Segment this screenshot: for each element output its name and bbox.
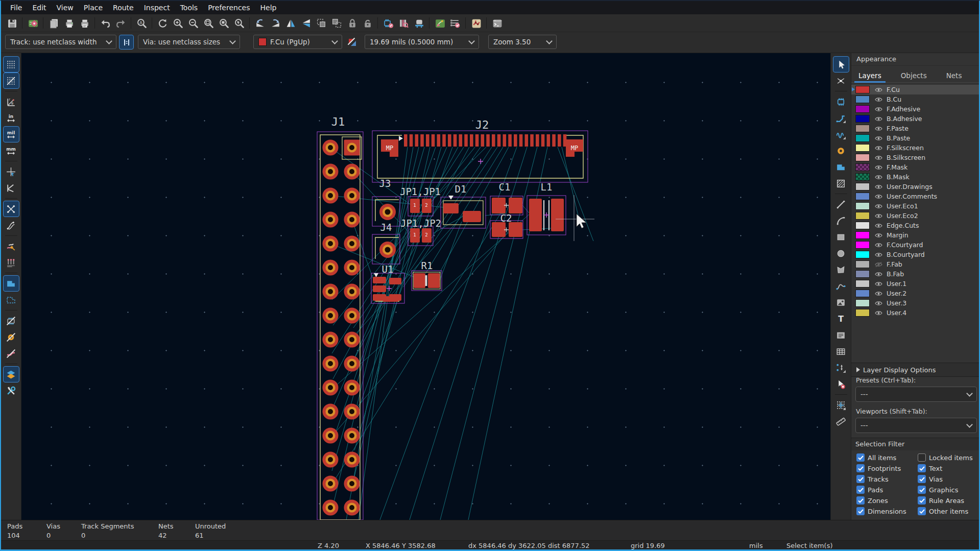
filter-graphics[interactable]: Graphics <box>918 486 979 494</box>
ref-label-C2[interactable]: C2 <box>500 212 512 224</box>
ref-label-J2[interactable]: J2 <box>475 118 489 131</box>
drc-button[interactable] <box>448 16 462 30</box>
footprint-JP1[interactable]: 12 <box>408 197 433 216</box>
pcb-canvas[interactable]: MPMP1212J1J2J3JP1,JP1D1C1L1J4JP1,JP2C2U1… <box>21 53 830 520</box>
measure-button[interactable] <box>833 414 849 429</box>
footprint-L1[interactable] <box>527 196 566 235</box>
zoom-selection-button[interactable] <box>232 16 246 30</box>
rule-area-button[interactable] <box>833 176 849 191</box>
place-dimension-button[interactable] <box>833 360 849 375</box>
local-ratsnest-button[interactable] <box>833 73 849 88</box>
units-inches-button[interactable]: in <box>4 110 19 126</box>
menu-view[interactable]: View <box>52 1 79 14</box>
checkbox-checked-icon[interactable] <box>918 496 926 505</box>
eye-visible-icon[interactable] <box>874 212 883 220</box>
layer-row-b-fab[interactable]: B.Fab <box>851 269 980 279</box>
refresh-view-button[interactable] <box>155 16 170 30</box>
lock-button[interactable] <box>345 16 359 30</box>
layer-row-user-eco1[interactable]: User.Eco1 <box>851 201 980 211</box>
checkbox-checked-icon[interactable] <box>856 486 865 494</box>
layer-color-swatch[interactable] <box>855 125 870 132</box>
route-tracks-button[interactable] <box>833 110 849 126</box>
filter-dimensions[interactable]: Dimensions <box>856 507 918 515</box>
eye-visible-icon[interactable] <box>874 193 883 201</box>
page-settings-button[interactable] <box>46 16 61 30</box>
eye-visible-icon[interactable] <box>874 251 883 259</box>
draw-circle-button[interactable] <box>833 246 849 261</box>
ref-label-U1[interactable]: U1 <box>382 263 394 275</box>
eye-visible-icon[interactable] <box>874 270 883 278</box>
eye-visible-icon[interactable] <box>874 163 883 172</box>
menu-preferences[interactable]: Preferences <box>203 1 255 14</box>
checkbox-checked-icon[interactable] <box>918 507 926 515</box>
draw-zone-button[interactable] <box>833 159 849 175</box>
zone-outline-button[interactable] <box>4 292 19 307</box>
auto-track-width-toggle[interactable] <box>119 35 133 49</box>
layer-row-f-adhesive[interactable]: F.Adhesive <box>851 104 980 114</box>
layer-row-f-courtyard[interactable]: F.Courtyard <box>851 240 980 250</box>
footprint-properties-button[interactable] <box>412 16 426 30</box>
checkbox-checked-icon[interactable] <box>856 507 865 515</box>
eye-hidden-icon[interactable] <box>874 260 883 269</box>
ungroup-button[interactable] <box>329 16 344 30</box>
layer-color-swatch[interactable] <box>855 154 870 161</box>
layer-row-f-cu[interactable]: F.Cu <box>851 85 980 94</box>
menu-edit[interactable]: Edit <box>27 1 51 14</box>
eye-visible-icon[interactable] <box>874 183 883 191</box>
track-width-dropdown[interactable]: Track: use netclass width <box>5 35 116 49</box>
zoom-dropdown[interactable]: Zoom 3.50 <box>488 35 557 49</box>
checkbox-checked-icon[interactable] <box>918 475 926 483</box>
eye-visible-icon[interactable] <box>874 173 883 181</box>
footprint-U1[interactable] <box>371 273 404 303</box>
layer-row-b-adhesive[interactable]: B.Adhesive <box>851 114 980 124</box>
ref-label-R1[interactable]: R1 <box>421 260 433 271</box>
zoom-out-button[interactable] <box>186 16 200 30</box>
draw-polygon-button[interactable] <box>833 262 849 277</box>
rotate-ccw-button[interactable] <box>253 16 267 30</box>
layer-color-swatch[interactable] <box>855 260 870 268</box>
layer-color-swatch[interactable] <box>855 212 870 220</box>
grid-size-dropdown[interactable]: 19.69 mils (0.5000 mm) <box>365 35 479 49</box>
zoom-in-button[interactable] <box>171 16 185 30</box>
grid-origin-button[interactable] <box>833 397 849 413</box>
checkbox-checked-icon[interactable] <box>856 496 865 505</box>
checkbox-checked-icon[interactable] <box>856 464 865 472</box>
layer-row-user-3[interactable]: User.3 <box>851 298 980 308</box>
layer-color-swatch[interactable] <box>855 144 870 152</box>
layer-row-edge-cuts[interactable]: Edge.Cuts <box>851 221 980 230</box>
filter-zones[interactable]: Zones <box>856 496 918 505</box>
place-via-button[interactable] <box>833 143 849 158</box>
draw-line-button[interactable] <box>833 197 849 212</box>
eye-visible-icon[interactable] <box>874 86 883 94</box>
show-pad-nets-button[interactable] <box>4 255 19 270</box>
via-size-dropdown[interactable]: Via: use netclass sizes <box>138 35 240 49</box>
ref-label-C1[interactable]: C1 <box>499 181 511 193</box>
layer-color-swatch[interactable] <box>855 270 870 278</box>
ref-label-D1[interactable]: D1 <box>455 183 467 195</box>
print-button[interactable] <box>62 16 76 30</box>
active-layer-dropdown[interactable]: F.Cu (PgUp) <box>253 35 342 49</box>
checkbox-unchecked-icon[interactable] <box>918 453 926 462</box>
layer-row-b-cu[interactable]: B.Cu <box>851 94 980 104</box>
eye-visible-icon[interactable] <box>874 280 883 288</box>
eye-visible-icon[interactable] <box>874 202 883 210</box>
layer-color-swatch[interactable] <box>855 231 870 239</box>
place-table-button[interactable] <box>833 344 849 359</box>
filter-other-items[interactable]: Other items <box>918 507 979 515</box>
redo-button[interactable] <box>113 16 128 30</box>
layer-color-swatch[interactable] <box>855 115 870 123</box>
layer-row-f-silkscreen[interactable]: F.Silkscreen <box>851 143 980 153</box>
filter-rule-areas[interactable]: Rule Areas <box>918 496 979 505</box>
checkbox-checked-icon[interactable] <box>918 464 926 472</box>
checkbox-checked-icon[interactable] <box>856 453 865 462</box>
net-highlight-button[interactable] <box>4 238 19 254</box>
ref-label-J3[interactable]: J3 <box>379 178 391 189</box>
via-outline-mode-button[interactable] <box>4 329 19 345</box>
text-box-button[interactable] <box>833 327 849 343</box>
filter-footprints[interactable]: Footprints <box>856 464 918 472</box>
footprint-J1[interactable] <box>317 132 363 520</box>
eye-visible-icon[interactable] <box>874 309 883 317</box>
curved-ratsnest-button[interactable] <box>4 218 19 233</box>
eye-visible-icon[interactable] <box>874 125 883 133</box>
layer-color-swatch[interactable] <box>855 134 870 142</box>
